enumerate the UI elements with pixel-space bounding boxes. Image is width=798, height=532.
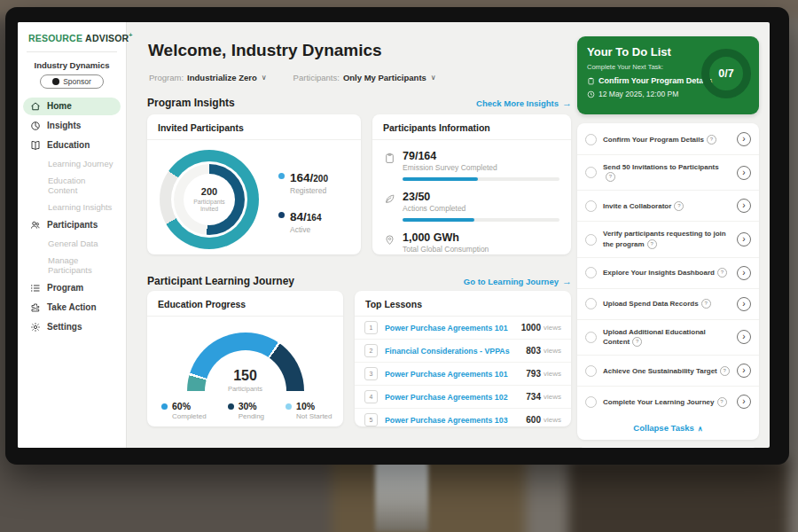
todo-task-row-verify-participants-requesting-to-join-the-program[interactable]: Verify participants requesting to join t…	[577, 222, 759, 257]
main-content: Welcome, Industry Dynamics Program: Indu…	[147, 22, 572, 448]
task-checkbox-circle[interactable]	[585, 298, 597, 309]
sidebar-item-settings[interactable]: Settings	[23, 318, 121, 336]
sidebar-item-insights[interactable]: Insights	[23, 117, 121, 135]
sidebar-item-label: Learning Journey	[48, 159, 113, 168]
task-checkbox-circle[interactable]	[585, 234, 597, 246]
help-icon[interactable]: ?	[674, 201, 684, 211]
task-checkbox-circle[interactable]	[585, 365, 597, 377]
sidebar-item-general-data[interactable]: General Data	[23, 236, 121, 251]
chevron-right-icon[interactable]: ›	[737, 395, 751, 409]
sidebar-divider	[27, 51, 117, 52]
insights-icon	[30, 121, 41, 131]
legend-label: Completed	[172, 412, 207, 420]
help-icon[interactable]: ?	[632, 337, 642, 347]
filter-value: Only My Participants	[343, 73, 426, 82]
sidebar-item-label: Participants	[47, 220, 98, 230]
sidebar-item-take-action[interactable]: Take Action	[23, 299, 121, 317]
monitor-stand	[375, 459, 428, 532]
todo-task-row-explore-your-insights-dashboard[interactable]: Explore Your Insights Dashboard?›	[577, 258, 759, 289]
consumption-icon	[384, 234, 395, 246]
legend-label: Not Started	[296, 412, 332, 420]
participants-icon	[30, 220, 41, 231]
gauge-legend: 60%Completed30%Pending10%Not Started	[161, 401, 343, 420]
task-checkbox-circle[interactable]	[585, 332, 597, 343]
help-icon[interactable]: ?	[707, 135, 716, 145]
lesson-link[interactable]: Power Purchase Agreements 102	[385, 393, 526, 402]
todo-task-row-upload-spend-data-records[interactable]: Upload Spend Data Records?›	[577, 289, 759, 320]
chevron-right-icon[interactable]: ›	[737, 232, 751, 246]
legend-label: Registered	[290, 186, 328, 195]
donut-center-value: 200	[201, 186, 217, 197]
collapse-tasks-link[interactable]: Collapse Tasks∧	[577, 417, 759, 437]
sidebar-item-learning-insights[interactable]: Learning Insights	[23, 200, 121, 215]
sponsor-label: Sponsor	[63, 77, 91, 86]
sidebar-item-education-content[interactable]: Education Content	[23, 173, 121, 198]
legend-dot	[228, 403, 234, 410]
lesson-link[interactable]: Power Purchase Agreements 103	[385, 416, 526, 425]
todo-task-row-invite-a-collaborator[interactable]: Invite a Collaborator?›	[577, 191, 759, 222]
donut-center: 200 Participants Invited	[184, 174, 235, 225]
lesson-link[interactable]: Power Purchase Agreements 101	[385, 324, 521, 332]
task-checkbox-circle[interactable]	[585, 167, 597, 178]
filter-label: Participants:	[293, 73, 340, 82]
sidebar-item-home[interactable]: Home	[23, 98, 121, 115]
info-row-actions-completed: 23/50Actions Completed	[384, 191, 559, 222]
help-icon[interactable]: ?	[720, 366, 730, 376]
chevron-right-icon[interactable]: ›	[737, 266, 751, 280]
legend-value-line: 164/200	[290, 169, 328, 185]
legend-value-line: 84/164	[290, 208, 321, 224]
sidebar-item-program[interactable]: Program	[23, 279, 121, 297]
sidebar-item-learning-journey[interactable]: Learning Journey	[23, 156, 121, 171]
donut-center-label: Participants Invited	[190, 199, 229, 214]
lesson-views-count: 734	[526, 392, 541, 402]
sidebar-item-label: Take Action	[47, 302, 97, 312]
sidebar-item-label: General Data	[48, 239, 98, 248]
task-checkbox-circle[interactable]	[585, 200, 597, 212]
lesson-link[interactable]: Power Purchase Agreements 101	[385, 370, 526, 379]
todo-task-row-achieve-one-sustainability-target[interactable]: Achieve One Sustainability Target?›	[577, 356, 759, 387]
sidebar-item-manage-participants[interactable]: Manage Participants	[23, 253, 121, 278]
task-label: Send 50 Invitations to Participants?	[603, 163, 731, 182]
task-checkbox-circle[interactable]	[585, 134, 597, 145]
sidebar-item-label: Education Content	[48, 176, 113, 195]
lesson-row: 1Power Purchase Agreements 1011000views	[355, 317, 571, 339]
invited-participants-donut: 200 Participants Invited	[160, 150, 259, 249]
legend-value: 60%	[172, 401, 191, 411]
legend-value: 10%	[296, 401, 315, 411]
chevron-right-icon[interactable]: ›	[737, 364, 751, 378]
info-value: 23/50	[403, 191, 559, 203]
chevron-right-icon[interactable]: ›	[737, 330, 751, 344]
todo-task-row-upload-additional-educational-content[interactable]: Upload Additional Educational Content?›	[577, 320, 759, 356]
sidebar-item-label: Insights	[47, 121, 81, 130]
sidebar-item-education[interactable]: Education	[23, 137, 121, 154]
chevron-right-icon[interactable]: ›	[737, 166, 751, 180]
lesson-rank: 5	[364, 413, 378, 426]
todo-task-row-confirm-your-program-details[interactable]: Confirm Your Program Details?›	[577, 124, 759, 155]
link-label: Check More Insights	[476, 98, 559, 108]
program-filter[interactable]: Program: Industrialize Zero ∨	[149, 73, 267, 82]
sidebar-item-participants[interactable]: Participants	[23, 216, 121, 234]
chevron-right-icon[interactable]: ›	[737, 199, 751, 213]
sponsor-badge[interactable]: Sponsor	[40, 74, 104, 89]
check-more-insights-link[interactable]: Check More Insights →	[476, 98, 572, 108]
task-checkbox-circle[interactable]	[585, 396, 597, 408]
help-icon[interactable]: ?	[717, 268, 727, 278]
learning-journey-header: Participant Learning Journey Go to Learn…	[147, 275, 572, 287]
task-checkbox-circle[interactable]	[585, 267, 597, 278]
chevron-right-icon[interactable]: ›	[737, 297, 751, 311]
progress-bar	[403, 218, 559, 222]
info-value: 79/164	[403, 150, 559, 162]
arrow-right-icon: →	[562, 276, 572, 286]
chevron-right-icon[interactable]: ›	[737, 132, 751, 146]
todo-task-row-send-50-invitations-to-participants[interactable]: Send 50 Invitations to Participants?›	[577, 155, 759, 191]
help-icon[interactable]: ?	[717, 397, 727, 407]
help-icon[interactable]: ?	[606, 172, 615, 182]
lesson-link[interactable]: Financial Considerations - VPPAs	[385, 347, 526, 356]
section-title: Program Insights	[147, 97, 235, 109]
todo-task-row-complete-your-learning-journey[interactable]: Complete Your Learning Journey?›	[577, 387, 759, 417]
logo-resource: RESOURCE	[28, 33, 82, 43]
participants-filter[interactable]: Participants: Only My Participants ∨	[293, 73, 436, 82]
help-icon[interactable]: ?	[647, 239, 657, 249]
go-to-learning-journey-link[interactable]: Go to Learning Journey →	[464, 276, 572, 286]
help-icon[interactable]: ?	[701, 299, 711, 309]
